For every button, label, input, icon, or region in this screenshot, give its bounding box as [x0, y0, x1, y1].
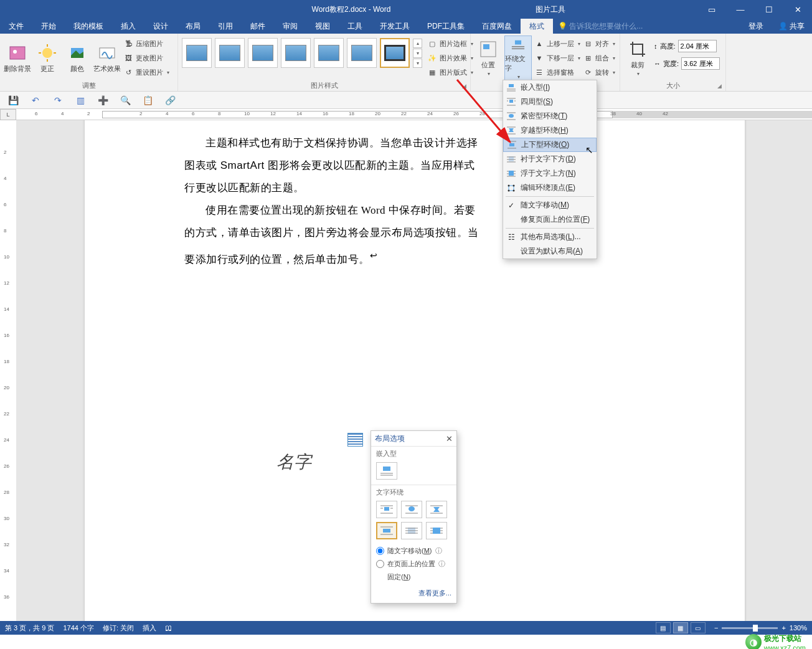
style-thumb[interactable]: [347, 38, 377, 68]
qat-btn[interactable]: ➕: [96, 93, 110, 107]
radio-move-with-text[interactable]: 随文字移动(M) ⓘ: [371, 544, 456, 557]
qat-btn[interactable]: 🔍: [118, 93, 132, 107]
tab-home[interactable]: 开始: [32, 19, 65, 34]
view-read-icon[interactable]: ▤: [656, 622, 671, 633]
height-input[interactable]: [678, 40, 717, 52]
bring-forward-button[interactable]: ▲上移一层▾: [534, 37, 580, 50]
tab-developer[interactable]: 开发工具: [371, 19, 418, 34]
menu-fix-position[interactable]: 修复页面上的位置(F): [503, 212, 597, 227]
position-button[interactable]: 位置▾: [474, 36, 502, 80]
menu-move-with-text[interactable]: ✓随文字移动(M): [503, 198, 597, 212]
word-count[interactable]: 1744 个字: [63, 623, 94, 633]
menu-inline[interactable]: 嵌入型(I): [503, 80, 597, 95]
qat-btn[interactable]: 🔗: [163, 93, 177, 107]
close-icon[interactable]: ✕: [783, 0, 812, 19]
picture-styles-gallery[interactable]: ▴ ▾ ▾: [182, 36, 422, 68]
style-thumb-selected[interactable]: [380, 38, 410, 68]
ruler-horizontal[interactable]: 6422468101214161820222426283032343638404…: [16, 109, 812, 120]
change-picture-button[interactable]: 🖼更改图片: [123, 51, 169, 65]
picture-tools-tab[interactable]: 图片工具: [528, 0, 573, 19]
remove-background-button[interactable]: 删除背景: [4, 36, 31, 80]
zoom-out-icon[interactable]: −: [714, 624, 718, 632]
style-thumb[interactable]: [248, 38, 278, 68]
insert-mode[interactable]: 插入: [143, 623, 156, 633]
zoom-control[interactable]: − + 130%: [714, 624, 807, 632]
ribbon-display-options-icon[interactable]: ▭: [697, 0, 726, 19]
qat-btn[interactable]: 📋: [141, 93, 154, 107]
selection-pane-button[interactable]: ☰选择窗格: [534, 65, 580, 79]
style-thumb[interactable]: [182, 38, 212, 68]
menu-through[interactable]: 穿越型环绕(H): [503, 123, 597, 138]
wrap-option-through[interactable]: [426, 501, 447, 518]
revision-status[interactable]: 修订: 关闭: [103, 623, 134, 633]
size-launcher-icon[interactable]: ◢: [717, 82, 722, 90]
radio-fix-input[interactable]: [376, 560, 384, 568]
info-icon[interactable]: ⓘ: [438, 559, 445, 569]
tab-format[interactable]: 格式: [521, 19, 553, 34]
wrap-option-topbottom[interactable]: [376, 522, 397, 539]
tab-mailings[interactable]: 邮件: [242, 19, 274, 34]
picture-layout-button[interactable]: ▦图片版式▾: [427, 65, 473, 79]
picture-effects-button[interactable]: ✨图片效果▾: [427, 51, 473, 65]
ruler-corner[interactable]: L: [0, 109, 16, 120]
tell-me-search[interactable]: 💡 告诉我您想要做什么...: [553, 21, 741, 32]
width-input[interactable]: [681, 57, 720, 70]
page-count[interactable]: 第 3 页，共 9 页: [5, 623, 54, 633]
wrap-option-behind[interactable]: [401, 522, 422, 539]
save-icon[interactable]: 💾: [6, 93, 20, 107]
tab-layout[interactable]: 布局: [177, 19, 209, 34]
reset-picture-button[interactable]: ↺重设图片▾: [123, 65, 169, 79]
ruler-vertical[interactable]: 2468101214161820222426283032343638: [0, 120, 16, 635]
tab-templates[interactable]: 我的模板: [65, 19, 112, 34]
document-canvas[interactable]: 主题和样式也有助于文档保持协调。当您单击设计并选择 图表或 SmartArt 图…: [16, 120, 812, 635]
zoom-in-icon[interactable]: +: [781, 624, 785, 632]
picture-border-button[interactable]: ▢图片边框▾: [427, 37, 473, 50]
tab-tools[interactable]: 工具: [339, 19, 371, 34]
gallery-more-icon[interactable]: ▾: [413, 59, 422, 68]
qat-btn[interactable]: ▥: [73, 93, 87, 107]
redo-icon[interactable]: ↷: [51, 93, 65, 107]
gallery-up-icon[interactable]: ▴: [413, 39, 422, 48]
tab-pdf[interactable]: PDF工具集: [418, 19, 473, 34]
login-link[interactable]: 登录: [741, 21, 771, 32]
corrections-button[interactable]: 更正: [34, 36, 61, 80]
style-thumb[interactable]: [215, 38, 245, 68]
rotate-button[interactable]: ⟳旋转▾: [583, 65, 615, 79]
maximize-icon[interactable]: ☐: [755, 0, 783, 19]
group-button[interactable]: ⊞组合▾: [583, 51, 615, 65]
tab-references[interactable]: 引用: [209, 19, 242, 34]
wrap-option-inline[interactable]: [376, 462, 397, 480]
zoom-level[interactable]: 130%: [790, 624, 807, 632]
share-button[interactable]: 👤 共享: [771, 21, 812, 32]
menu-topbottom[interactable]: 上下型环绕(O): [503, 138, 597, 152]
zoom-slider[interactable]: [722, 627, 778, 629]
artistic-effects-button[interactable]: 艺术效果: [93, 36, 121, 80]
tab-insert[interactable]: 插入: [112, 19, 144, 34]
wrap-option-front[interactable]: [426, 522, 447, 539]
compress-pictures-button[interactable]: 🗜压缩图片: [123, 37, 169, 50]
see-more-link[interactable]: 查看更多...: [418, 589, 451, 597]
tab-baidu[interactable]: 百度网盘: [473, 19, 521, 34]
style-thumb[interactable]: [281, 38, 311, 68]
style-thumb[interactable]: [314, 38, 344, 68]
menu-edit-points[interactable]: 编辑环绕顶点(E): [503, 181, 597, 195]
menu-behind[interactable]: 衬于文字下方(D): [503, 152, 597, 166]
minimize-icon[interactable]: —: [726, 0, 755, 19]
wrap-option-tight[interactable]: [401, 501, 422, 518]
styles-launcher-icon[interactable]: ◢: [462, 82, 466, 90]
tab-design[interactable]: 设计: [144, 19, 177, 34]
selected-image[interactable]: [347, 433, 363, 447]
tab-file[interactable]: 文件: [0, 19, 32, 34]
wrap-text-button[interactable]: 环绕文字▾: [504, 36, 532, 80]
tab-view[interactable]: 视图: [306, 19, 339, 34]
color-button[interactable]: 颜色: [64, 36, 91, 80]
tab-review[interactable]: 审阅: [274, 19, 306, 34]
menu-front[interactable]: 浮于文字上方(N): [503, 166, 597, 181]
menu-set-default[interactable]: 设置为默认布局(A): [503, 244, 597, 258]
info-icon[interactable]: ⓘ: [435, 546, 442, 556]
align-button[interactable]: ⊟对齐▾: [583, 37, 615, 50]
close-icon[interactable]: ✕: [446, 434, 453, 443]
send-backward-button[interactable]: ▼下移一层▾: [534, 51, 580, 65]
radio-fix-position[interactable]: 在页面上的位置 ⓘ: [371, 557, 456, 571]
crop-button[interactable]: 裁剪▾: [624, 36, 651, 80]
